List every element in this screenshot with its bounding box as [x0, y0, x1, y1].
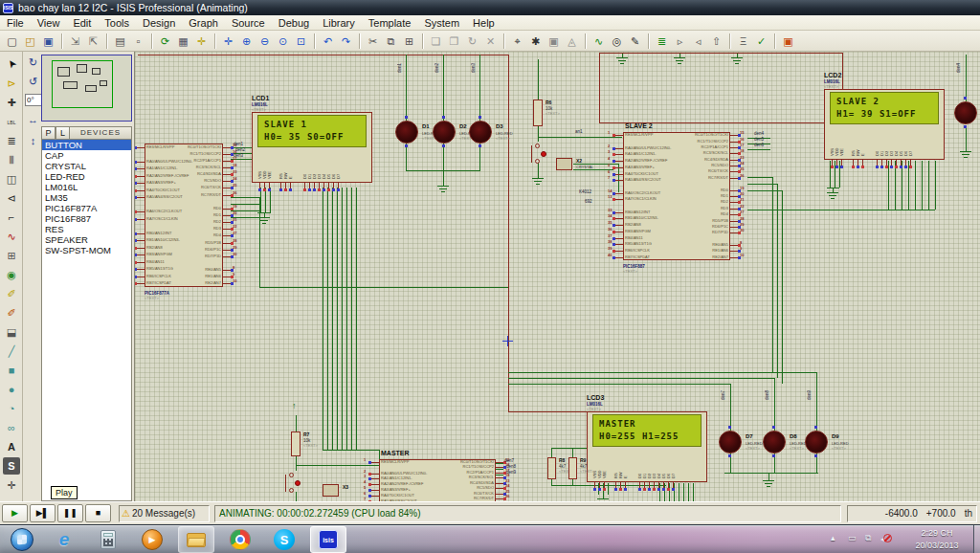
- wire-autorouter-icon[interactable]: ∿: [590, 33, 607, 49]
- terminal-tool-icon[interactable]: ⊲: [3, 189, 20, 207]
- network-status-icon[interactable]: ⧉: [865, 533, 871, 543]
- library-button[interactable]: L: [56, 126, 70, 140]
- graph-tool-icon[interactable]: ∿: [3, 228, 20, 245]
- 2d-path-tool-icon[interactable]: ∞: [3, 419, 20, 436]
- menu-library[interactable]: Library: [316, 16, 362, 30]
- rotation-angle-input[interactable]: [25, 94, 42, 106]
- toggle-grid-icon[interactable]: ▦: [175, 33, 191, 49]
- device-item-cap[interactable]: CAP: [42, 150, 131, 161]
- led-d2[interactable]: [433, 121, 456, 144]
- menu-design[interactable]: Design: [136, 16, 182, 30]
- redraw-display-icon[interactable]: ⟳: [157, 33, 173, 49]
- menu-file[interactable]: File: [0, 16, 31, 30]
- resistor-r8[interactable]: [547, 457, 556, 479]
- 2d-text-tool-icon[interactable]: A: [3, 438, 20, 455]
- show-hidden-icons-icon[interactable]: ▴: [831, 533, 835, 542]
- device-item-sw-spst-mom[interactable]: SW-SPST-MOM: [42, 245, 131, 255]
- message-panel[interactable]: ⚠ 20 Message(s): [119, 505, 210, 522]
- paste-from-clipboard-icon[interactable]: ⊞: [401, 33, 417, 49]
- taskbar-app-internet-explorer[interactable]: e: [46, 526, 82, 553]
- redo-icon[interactable]: ↷: [338, 33, 354, 49]
- taskbar-clock[interactable]: 2:29 CH 20/03/2013: [907, 527, 967, 552]
- resistor-r9[interactable]: [568, 457, 577, 479]
- view-bom-icon[interactable]: Ξ: [735, 33, 751, 49]
- led-d4[interactable]: [954, 101, 977, 124]
- device-item-led-red[interactable]: LED-RED: [42, 171, 131, 182]
- led-d8[interactable]: [763, 431, 786, 453]
- block-copy-icon[interactable]: ❏: [428, 33, 444, 49]
- remove-sheet-icon[interactable]: ◃: [690, 33, 706, 49]
- pick-devices-button[interactable]: P: [41, 126, 56, 140]
- component-tool-icon[interactable]: ⊳: [3, 75, 20, 92]
- save-design-icon[interactable]: ▣: [40, 33, 56, 49]
- rotate-clockwise-icon[interactable]: ↻: [25, 54, 41, 70]
- device-pin-tool-icon[interactable]: ⌐: [3, 209, 20, 226]
- taskbar-app-chrome[interactable]: [222, 526, 258, 553]
- push-button[interactable]: [535, 159, 540, 164]
- 2d-symbol-tool-icon[interactable]: S: [3, 457, 20, 475]
- device-item-lm35[interactable]: LM35: [42, 192, 131, 203]
- mirror-vertical-icon[interactable]: ↕: [25, 132, 41, 148]
- menu-view[interactable]: View: [31, 16, 67, 30]
- text-script-tool-icon[interactable]: ≣: [3, 132, 20, 149]
- resistor-r7[interactable]: [291, 431, 301, 456]
- overview-minimap[interactable]: [41, 55, 132, 122]
- menu-help[interactable]: Help: [466, 16, 501, 30]
- exit-to-parent-icon[interactable]: ⇧: [708, 33, 724, 49]
- search-and-tag-icon[interactable]: ◎: [609, 33, 625, 49]
- zoom-all-icon[interactable]: ⊙: [275, 33, 291, 49]
- bus-tool-icon[interactable]: ⫴: [3, 151, 20, 168]
- import-section-icon[interactable]: ⇲: [67, 33, 83, 49]
- device-item-pic16f877a[interactable]: PIC16F877A: [42, 203, 131, 213]
- center-at-cursor-icon[interactable]: ✛: [220, 33, 236, 49]
- current-probe-tool-icon[interactable]: ✐: [3, 304, 20, 321]
- netlist-to-ares-icon[interactable]: ▣: [780, 33, 796, 49]
- export-section-icon[interactable]: ⇱: [85, 33, 101, 49]
- taskbar-app-calculator[interactable]: [90, 526, 126, 553]
- taskbar-app-file-explorer[interactable]: [178, 526, 214, 553]
- packaging-tool-icon[interactable]: ▣: [546, 33, 562, 49]
- property-assignment-icon[interactable]: ✎: [627, 33, 643, 49]
- resistor-r6[interactable]: [533, 100, 543, 126]
- zoom-in-icon[interactable]: ⊕: [238, 33, 255, 49]
- zoom-area-icon[interactable]: ⊡: [293, 33, 309, 49]
- block-move-icon[interactable]: ❐: [446, 33, 462, 49]
- 2d-circle-tool-icon[interactable]: ●: [3, 381, 20, 398]
- push-button[interactable]: [289, 488, 294, 493]
- rotate-anticlockwise-icon[interactable]: ↺: [25, 73, 41, 89]
- taskbar-app-start[interactable]: [4, 526, 40, 553]
- crystal-x3[interactable]: [323, 484, 339, 497]
- print-design-icon[interactable]: ▤: [112, 33, 128, 49]
- crystal-x2[interactable]: [556, 158, 572, 170]
- 2d-marker-tool-icon[interactable]: ✛: [3, 476, 20, 494]
- led-d1[interactable]: [395, 121, 418, 144]
- wire-label-tool-icon[interactable]: LBL: [3, 113, 20, 130]
- schematic-canvas[interactable]: ↑↑PIC16F877A<TEXT>1RE3/MCLR/VPP2RA0/AN0/…: [134, 52, 980, 501]
- device-item-crystal[interactable]: CRYSTAL: [42, 161, 131, 171]
- open-design-icon[interactable]: ◰: [22, 33, 38, 49]
- show-desktop-button[interactable]: [973, 525, 980, 553]
- voltage-probe-tool-icon[interactable]: ✐: [3, 285, 20, 302]
- menu-system[interactable]: System: [417, 16, 466, 30]
- generator-tool-icon[interactable]: ◉: [3, 266, 20, 283]
- taskbar-app-media-player[interactable]: ▶: [134, 526, 170, 553]
- stop-button[interactable]: ■: [85, 504, 111, 522]
- 2d-line-tool-icon[interactable]: ╱: [3, 343, 20, 360]
- step-button[interactable]: ▶▌: [30, 504, 56, 522]
- led-d3[interactable]: [469, 121, 492, 144]
- menu-source[interactable]: Source: [225, 16, 272, 30]
- junction-dot-tool-icon[interactable]: ✚: [3, 94, 20, 111]
- cut-to-clipboard-icon[interactable]: ✂: [365, 33, 381, 49]
- play-button[interactable]: ▶: [2, 504, 28, 522]
- menu-graph[interactable]: Graph: [182, 16, 225, 30]
- subcircuit-tool-icon[interactable]: ◫: [3, 170, 20, 188]
- pause-button[interactable]: ❚❚: [57, 504, 83, 522]
- led-d7[interactable]: [719, 431, 742, 453]
- menu-debug[interactable]: Debug: [272, 16, 316, 30]
- pick-parts-icon[interactable]: ⌖: [509, 33, 525, 49]
- decompose-icon[interactable]: ◬: [564, 33, 580, 49]
- new-sheet-icon[interactable]: ▹: [672, 33, 688, 49]
- toggle-false-origin-icon[interactable]: ✛: [193, 33, 210, 49]
- volume-muted-icon[interactable]: ◂: [880, 534, 892, 545]
- device-item-lm016l[interactable]: LM016L: [42, 182, 131, 192]
